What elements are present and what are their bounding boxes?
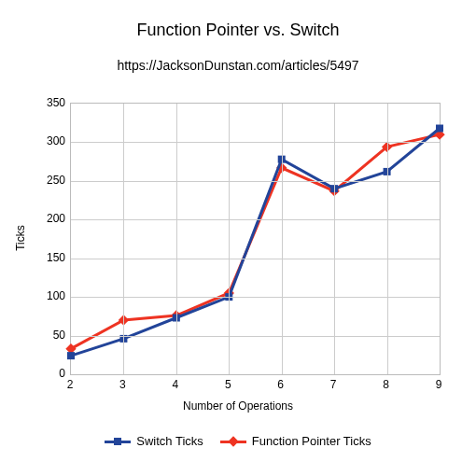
x-tick-label: 6 — [277, 378, 284, 391]
y-tick-label: 200 — [28, 212, 65, 225]
data-point — [436, 125, 443, 133]
y-tick-label: 100 — [28, 289, 65, 302]
x-tick-label: 3 — [119, 378, 126, 391]
grid-h — [71, 297, 440, 298]
y-tick-label: 300 — [28, 134, 65, 147]
x-tick-label: 5 — [225, 378, 231, 391]
y-tick-label: 0 — [28, 367, 65, 380]
grid-h — [71, 142, 440, 143]
y-tick-label: 150 — [28, 251, 65, 264]
chart-lines — [71, 104, 440, 374]
y-tick-label: 250 — [28, 174, 65, 187]
grid-v — [282, 104, 283, 374]
chart-container: Function Pointer vs. Switch https://Jack… — [0, 0, 476, 476]
grid-v — [334, 104, 335, 374]
legend-label-fnptr: Function Pointer Ticks — [252, 434, 371, 448]
legend-swatch-fnptr — [220, 435, 246, 448]
y-tick-label: 350 — [28, 96, 65, 109]
y-tick-label: 50 — [28, 329, 65, 342]
y-axis-label: Ticks — [14, 225, 27, 251]
x-tick-label: 8 — [383, 378, 389, 391]
legend-swatch-switch — [105, 435, 131, 448]
grid-h — [71, 259, 440, 259]
data-point — [67, 352, 75, 359]
x-axis-label: Number of Operations — [0, 399, 476, 413]
grid-v — [123, 104, 124, 374]
plot-area — [70, 103, 441, 375]
x-tick-label: 4 — [173, 378, 179, 391]
grid-v — [176, 104, 177, 374]
x-tick-label: 9 — [436, 378, 442, 391]
legend-item-switch: Switch Ticks — [105, 434, 203, 448]
grid-h — [71, 336, 440, 337]
grid-h — [71, 219, 440, 220]
legend-item-fnptr: Function Pointer Ticks — [220, 434, 371, 448]
legend-label-switch: Switch Ticks — [136, 434, 203, 448]
x-tick-label: 7 — [330, 378, 337, 391]
grid-v — [229, 104, 230, 374]
series-line — [71, 134, 440, 349]
legend: Switch Ticks Function Pointer Ticks — [0, 434, 476, 448]
chart-title: Function Pointer vs. Switch — [0, 21, 476, 40]
chart-subtitle: https://JacksonDunstan.com/articles/5497 — [0, 58, 476, 73]
grid-h — [71, 181, 440, 182]
grid-v — [387, 104, 388, 374]
x-tick-label: 2 — [67, 378, 74, 391]
